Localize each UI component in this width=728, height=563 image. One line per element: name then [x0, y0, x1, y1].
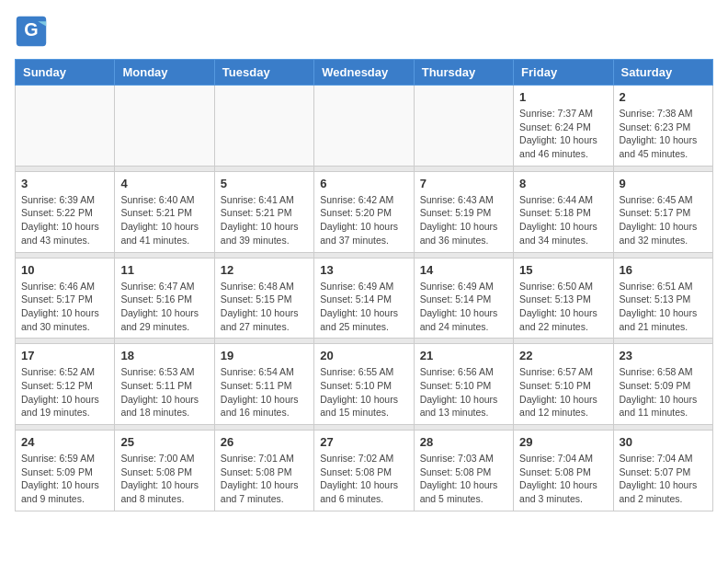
day-cell: 30Sunrise: 7:04 AM Sunset: 5:07 PM Dayli…: [613, 431, 712, 511]
day-info: Sunrise: 7:38 AM Sunset: 6:23 PM Dayligh…: [620, 107, 707, 161]
day-cell: 20Sunrise: 6:55 AM Sunset: 5:10 PM Dayli…: [314, 344, 414, 425]
day-number: 2: [620, 90, 707, 104]
day-info: Sunrise: 6:44 AM Sunset: 5:18 PM Dayligh…: [519, 193, 607, 247]
week-row-2: 3Sunrise: 6:39 AM Sunset: 5:22 PM Daylig…: [16, 171, 713, 252]
day-number: 25: [120, 435, 208, 449]
day-cell: 2Sunrise: 7:38 AM Sunset: 6:23 PM Daylig…: [613, 86, 712, 167]
day-number: 30: [620, 435, 707, 449]
day-number: 23: [620, 349, 707, 362]
week-row-4: 17Sunrise: 6:52 AM Sunset: 5:12 PM Dayli…: [16, 344, 713, 425]
day-info: Sunrise: 7:04 AM Sunset: 5:07 PM Dayligh…: [620, 452, 707, 506]
week-row-1: 1Sunrise: 7:37 AM Sunset: 6:24 PM Daylig…: [16, 86, 713, 167]
day-cell: 6Sunrise: 6:42 AM Sunset: 5:20 PM Daylig…: [314, 171, 414, 252]
day-number: 18: [120, 349, 208, 362]
day-number: 13: [320, 263, 407, 277]
day-info: Sunrise: 6:42 AM Sunset: 5:20 PM Dayligh…: [320, 193, 407, 247]
day-number: 24: [21, 435, 108, 449]
day-info: Sunrise: 6:55 AM Sunset: 5:10 PM Dayligh…: [320, 365, 407, 419]
day-cell: 21Sunrise: 6:56 AM Sunset: 5:10 PM Dayli…: [414, 344, 513, 425]
day-number: 11: [120, 263, 208, 277]
day-info: Sunrise: 6:46 AM Sunset: 5:17 PM Dayligh…: [21, 280, 108, 334]
day-number: 19: [221, 349, 308, 362]
day-info: Sunrise: 6:57 AM Sunset: 5:10 PM Dayligh…: [519, 365, 607, 419]
day-number: 28: [420, 435, 507, 449]
day-cell: 10Sunrise: 6:46 AM Sunset: 5:17 PM Dayli…: [16, 258, 115, 339]
day-info: Sunrise: 7:03 AM Sunset: 5:08 PM Dayligh…: [420, 452, 507, 506]
day-cell: 1Sunrise: 7:37 AM Sunset: 6:24 PM Daylig…: [514, 86, 613, 167]
calendar: SundayMondayTuesdayWednesdayThursdayFrid…: [15, 59, 713, 511]
day-info: Sunrise: 6:49 AM Sunset: 5:14 PM Dayligh…: [320, 280, 407, 334]
day-cell: 28Sunrise: 7:03 AM Sunset: 5:08 PM Dayli…: [414, 431, 513, 511]
day-info: Sunrise: 6:58 AM Sunset: 5:09 PM Dayligh…: [620, 365, 707, 419]
day-number: 14: [420, 263, 507, 277]
header-thursday: Thursday: [414, 60, 513, 86]
day-cell: [314, 86, 414, 167]
day-info: Sunrise: 6:48 AM Sunset: 5:15 PM Dayligh…: [221, 280, 308, 334]
day-info: Sunrise: 6:53 AM Sunset: 5:11 PM Dayligh…: [120, 365, 208, 419]
day-cell: 5Sunrise: 6:41 AM Sunset: 5:21 PM Daylig…: [214, 171, 313, 252]
day-info: Sunrise: 6:51 AM Sunset: 5:13 PM Dayligh…: [620, 280, 707, 334]
day-cell: 27Sunrise: 7:02 AM Sunset: 5:08 PM Dayli…: [314, 431, 414, 511]
header-saturday: Saturday: [613, 60, 712, 86]
header-row: SundayMondayTuesdayWednesdayThursdayFrid…: [16, 60, 713, 86]
week-row-3: 10Sunrise: 6:46 AM Sunset: 5:17 PM Dayli…: [16, 258, 713, 339]
week-row-5: 24Sunrise: 6:59 AM Sunset: 5:09 PM Dayli…: [16, 431, 713, 511]
day-info: Sunrise: 6:49 AM Sunset: 5:14 PM Dayligh…: [420, 280, 507, 334]
day-number: 20: [320, 349, 407, 362]
day-number: 16: [620, 263, 707, 277]
day-cell: 25Sunrise: 7:00 AM Sunset: 5:08 PM Dayli…: [115, 431, 214, 511]
header-wednesday: Wednesday: [314, 60, 414, 86]
day-number: 4: [120, 177, 208, 190]
day-number: 3: [21, 177, 108, 190]
day-info: Sunrise: 6:47 AM Sunset: 5:16 PM Dayligh…: [120, 280, 208, 334]
day-info: Sunrise: 7:04 AM Sunset: 5:08 PM Dayligh…: [519, 452, 607, 506]
day-info: Sunrise: 6:41 AM Sunset: 5:21 PM Dayligh…: [221, 193, 308, 247]
day-number: 1: [519, 90, 607, 104]
day-info: Sunrise: 6:50 AM Sunset: 5:13 PM Dayligh…: [519, 280, 607, 334]
day-cell: 12Sunrise: 6:48 AM Sunset: 5:15 PM Dayli…: [214, 258, 313, 339]
day-number: 10: [21, 263, 108, 277]
day-cell: 17Sunrise: 6:52 AM Sunset: 5:12 PM Dayli…: [16, 344, 115, 425]
day-info: Sunrise: 6:52 AM Sunset: 5:12 PM Dayligh…: [21, 365, 108, 419]
day-number: 17: [21, 349, 108, 362]
day-cell: 8Sunrise: 6:44 AM Sunset: 5:18 PM Daylig…: [514, 171, 613, 252]
day-cell: 4Sunrise: 6:40 AM Sunset: 5:21 PM Daylig…: [115, 171, 214, 252]
day-cell: 7Sunrise: 6:43 AM Sunset: 5:19 PM Daylig…: [414, 171, 513, 252]
day-cell: 26Sunrise: 7:01 AM Sunset: 5:08 PM Dayli…: [214, 431, 313, 511]
day-cell: 18Sunrise: 6:53 AM Sunset: 5:11 PM Dayli…: [115, 344, 214, 425]
day-number: 27: [320, 435, 407, 449]
day-cell: 9Sunrise: 6:45 AM Sunset: 5:17 PM Daylig…: [613, 171, 712, 252]
day-cell: [414, 86, 513, 167]
day-cell: [16, 86, 115, 167]
day-number: 12: [221, 263, 308, 277]
day-info: Sunrise: 6:59 AM Sunset: 5:09 PM Dayligh…: [21, 452, 108, 506]
day-info: Sunrise: 7:00 AM Sunset: 5:08 PM Dayligh…: [120, 452, 208, 506]
day-cell: 14Sunrise: 6:49 AM Sunset: 5:14 PM Dayli…: [414, 258, 513, 339]
day-number: 15: [519, 263, 607, 277]
logo-icon: G: [15, 15, 48, 48]
day-cell: 3Sunrise: 6:39 AM Sunset: 5:22 PM Daylig…: [16, 171, 115, 252]
day-cell: 29Sunrise: 7:04 AM Sunset: 5:08 PM Dayli…: [514, 431, 613, 511]
day-number: 7: [420, 177, 507, 190]
day-cell: 19Sunrise: 6:54 AM Sunset: 5:11 PM Dayli…: [214, 344, 313, 425]
day-cell: 24Sunrise: 6:59 AM Sunset: 5:09 PM Dayli…: [16, 431, 115, 511]
day-info: Sunrise: 7:37 AM Sunset: 6:24 PM Dayligh…: [519, 107, 607, 161]
day-info: Sunrise: 7:01 AM Sunset: 5:08 PM Dayligh…: [221, 452, 308, 506]
day-number: 29: [519, 435, 607, 449]
day-number: 21: [420, 349, 507, 362]
svg-text:G: G: [24, 19, 38, 40]
day-cell: 23Sunrise: 6:58 AM Sunset: 5:09 PM Dayli…: [613, 344, 712, 425]
day-info: Sunrise: 6:40 AM Sunset: 5:21 PM Dayligh…: [120, 193, 208, 247]
header-monday: Monday: [115, 60, 214, 86]
day-number: 5: [221, 177, 308, 190]
day-cell: [214, 86, 313, 167]
day-info: Sunrise: 6:39 AM Sunset: 5:22 PM Dayligh…: [21, 193, 108, 247]
day-number: 6: [320, 177, 407, 190]
day-number: 22: [519, 349, 607, 362]
day-cell: 16Sunrise: 6:51 AM Sunset: 5:13 PM Dayli…: [613, 258, 712, 339]
day-cell: 15Sunrise: 6:50 AM Sunset: 5:13 PM Dayli…: [514, 258, 613, 339]
header-tuesday: Tuesday: [214, 60, 313, 86]
logo: G: [15, 15, 51, 48]
day-info: Sunrise: 6:54 AM Sunset: 5:11 PM Dayligh…: [221, 365, 308, 419]
header-sunday: Sunday: [16, 60, 115, 86]
